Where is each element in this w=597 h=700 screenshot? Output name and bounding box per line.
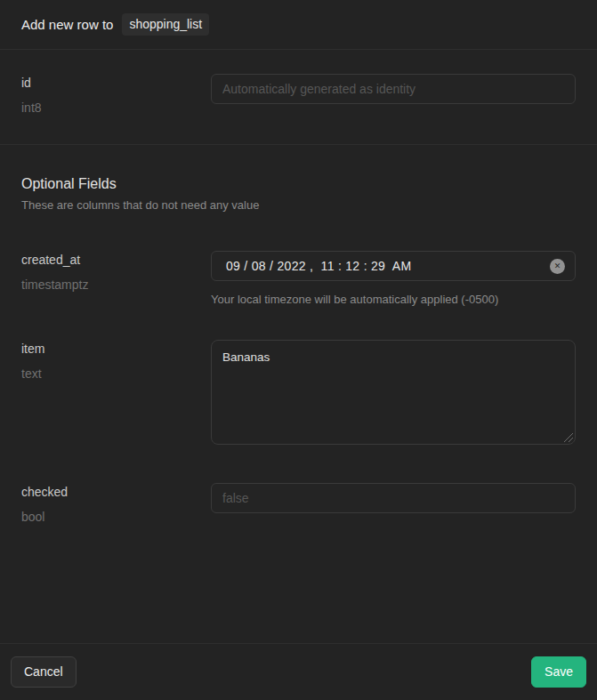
field-type-item: text [21,365,211,382]
field-name-id: id [21,74,211,92]
clear-datetime-icon[interactable]: ✕ [550,259,565,274]
field-control-checked [211,483,576,513]
field-labels-id: id int8 [21,74,211,117]
panel-header: Add new row to shopping_list [0,0,597,50]
field-labels-created-at: created_at timestamptz [21,251,211,294]
required-fields-section: id int8 [0,50,597,145]
created-at-helper-text: Your local timezone will be automaticall… [211,292,576,308]
field-name-checked: checked [21,483,211,501]
save-button[interactable]: Save [531,656,586,688]
add-row-panel: Add new row to shopping_list id int8 Opt… [0,0,597,700]
field-type-created-at: timestamptz [21,276,211,294]
field-row-item: item text Bananas [21,340,576,445]
field-name-created-at: created_at [21,251,211,269]
field-control-created-at: 09 / 08 / 2022 , 11 : 12 : 29 AM ✕ Your … [211,251,576,308]
field-labels-item: item text [21,340,211,382]
field-control-id [211,74,576,104]
table-name-badge: shopping_list [122,13,209,36]
field-name-item: item [21,340,211,358]
created-at-value: 09 / 08 / 2022 , 11 : 12 : 29 AM [226,259,411,273]
panel-title: Add new row to [21,17,113,32]
field-type-checked: bool [21,508,211,526]
optional-fields-section: Optional Fields These are columns that d… [0,145,597,643]
field-type-id: int8 [21,99,211,117]
optional-section-subtitle: These are columns that do not need any v… [21,197,576,213]
field-row-checked: checked bool [21,483,576,526]
field-labels-checked: checked bool [21,483,211,526]
panel-footer: Cancel Save [0,643,597,700]
optional-fields-list: created_at timestamptz 09 / 08 / 2022 , … [21,251,576,526]
checked-input[interactable] [211,483,576,513]
field-row-id: id int8 [21,74,576,117]
id-input[interactable] [211,74,576,104]
field-row-created-at: created_at timestamptz 09 / 08 / 2022 , … [21,251,576,308]
field-control-item: Bananas [211,340,576,445]
item-textarea[interactable]: Bananas [211,340,576,445]
optional-section-heading: Optional Fields [21,175,576,193]
created-at-datetime-input[interactable]: 09 / 08 / 2022 , 11 : 12 : 29 AM ✕ [211,251,576,281]
cancel-button[interactable]: Cancel [11,656,77,688]
